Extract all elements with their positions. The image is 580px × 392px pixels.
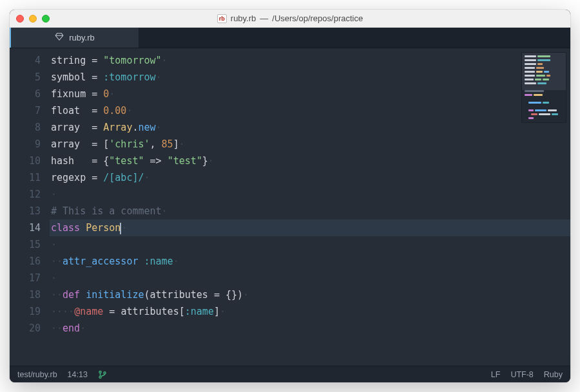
- line-number: 12: [10, 186, 50, 203]
- code-line[interactable]: regexp = /[abc]/·: [50, 169, 570, 186]
- code-line[interactable]: string = "tomorrow"·: [50, 52, 570, 69]
- git-branch-icon[interactable]: [98, 370, 107, 379]
- line-number: 10: [10, 153, 50, 169]
- line-number: 7: [10, 102, 50, 119]
- line-number: 18: [10, 286, 50, 303]
- status-cursor-position[interactable]: 14:13: [68, 370, 88, 379]
- ruby-file-icon: rb: [217, 14, 227, 23]
- tab-bar: ruby.rb: [10, 28, 570, 48]
- minimap-viewport[interactable]: [522, 53, 566, 90]
- line-number: 17: [10, 270, 50, 286]
- line-number: 16: [10, 253, 50, 270]
- line-number-gutter: 4567891011121314151617181920: [10, 48, 50, 366]
- status-language[interactable]: Ruby: [544, 370, 563, 379]
- window-controls: [16, 15, 50, 23]
- code-editor[interactable]: 4567891011121314151617181920 string = "t…: [10, 48, 570, 366]
- code-line[interactable]: hash = {"test" => "test"}·: [50, 153, 570, 169]
- window-title-sep: —: [260, 14, 268, 23]
- code-line[interactable]: # This is a comment·: [50, 203, 570, 219]
- ruby-diamond-icon: [55, 32, 64, 43]
- code-line[interactable]: ··end·: [50, 320, 570, 337]
- line-number: 4: [10, 52, 50, 69]
- code-line[interactable]: ··attr_accessor :name·: [50, 253, 570, 270]
- line-number: 5: [10, 69, 50, 86]
- window-title: rb ruby.rb — /Users/op/repos/practice: [10, 14, 570, 23]
- status-file-path[interactable]: test/ruby.rb: [17, 370, 57, 379]
- code-line[interactable]: class Person·: [50, 219, 570, 236]
- code-line[interactable]: ·: [50, 186, 570, 203]
- tab-label: ruby.rb: [69, 33, 95, 42]
- line-number: 11: [10, 169, 50, 186]
- status-line-ending[interactable]: LF: [491, 370, 501, 379]
- code-line[interactable]: ·: [50, 236, 570, 253]
- svg-point-2: [104, 371, 106, 373]
- svg-point-0: [99, 371, 101, 373]
- code-line[interactable]: ·: [50, 270, 570, 286]
- code-area[interactable]: string = "tomorrow"·symbol = :tomorrow·f…: [50, 48, 570, 366]
- code-line[interactable]: fixnum = 0·: [50, 86, 570, 102]
- line-number: 19: [10, 303, 50, 320]
- minimize-window-button[interactable]: [29, 15, 37, 23]
- code-line[interactable]: symbol = :tomorrow·: [50, 69, 570, 86]
- editor-window: rb ruby.rb — /Users/op/repos/practice ru…: [10, 10, 570, 382]
- line-number: 14: [10, 219, 50, 236]
- code-line[interactable]: array = ['chris', 85]·: [50, 136, 570, 153]
- code-line[interactable]: ····@name = attributes[:name]·: [50, 303, 570, 320]
- close-window-button[interactable]: [16, 15, 24, 23]
- line-number: 13: [10, 203, 50, 219]
- code-line[interactable]: float = 0.00·: [50, 102, 570, 119]
- line-number: 20: [10, 320, 50, 337]
- minimap[interactable]: [521, 52, 566, 123]
- status-encoding[interactable]: UTF-8: [510, 370, 533, 379]
- line-number: 8: [10, 119, 50, 136]
- tab-ruby-rb[interactable]: ruby.rb: [10, 28, 139, 48]
- line-number: 9: [10, 136, 50, 153]
- svg-point-1: [99, 376, 101, 378]
- window-title-path: /Users/op/repos/practice: [272, 14, 363, 23]
- code-line[interactable]: array = Array.new·: [50, 119, 570, 136]
- window-title-filename: ruby.rb: [231, 14, 256, 23]
- code-line[interactable]: ··def initialize(attributes = {})·: [50, 286, 570, 303]
- status-bar: test/ruby.rb 14:13 LF UTF-8 Ruby: [10, 366, 570, 382]
- macos-titlebar: rb ruby.rb — /Users/op/repos/practice: [10, 10, 570, 28]
- line-number: 6: [10, 86, 50, 102]
- line-number: 15: [10, 236, 50, 253]
- zoom-window-button[interactable]: [42, 15, 50, 23]
